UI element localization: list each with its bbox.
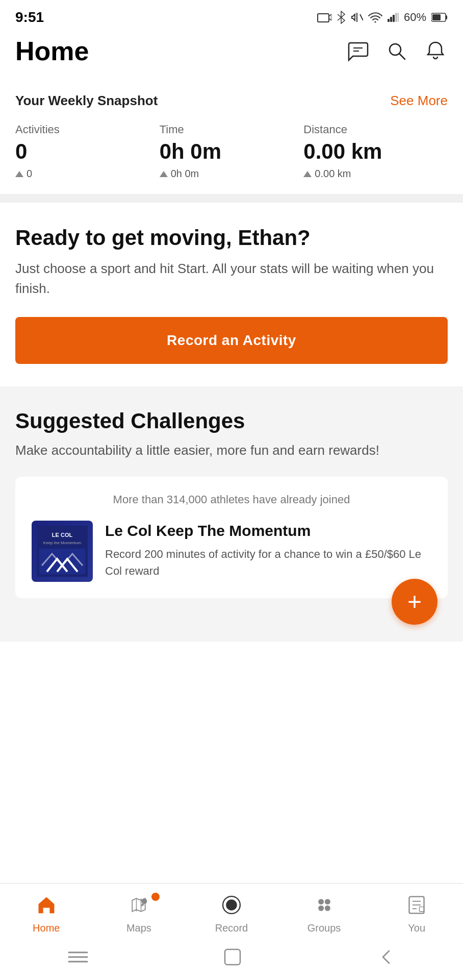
record-nav-icon	[218, 892, 245, 918]
challenges-title: Suggested Challenges	[15, 409, 448, 433]
groups-nav-icon	[311, 892, 338, 918]
bell-icon[interactable]	[423, 39, 448, 63]
challenge-description: Record 200 minutes of activity for a cha…	[105, 546, 431, 579]
svg-rect-9	[398, 13, 399, 22]
nav-label-record: Record	[215, 922, 248, 934]
maps-badge	[151, 893, 160, 901]
stat-distance-delta: 0.00 km	[303, 168, 448, 180]
stat-activities-value: 0	[15, 139, 160, 164]
stat-time-delta: 0h 0m	[160, 168, 304, 180]
snapshot-stats: Activities 0 0 Time 0h 0m 0h 0m Distance	[15, 123, 448, 180]
stat-activities-label: Activities	[15, 123, 160, 136]
sys-nav-recent-icon[interactable]	[377, 948, 395, 966]
challenge-info: Le Col Keep The Momentum Record 200 minu…	[105, 521, 431, 579]
svg-rect-12	[432, 14, 441, 20]
stat-time-label: Time	[160, 123, 304, 136]
svg-rect-6	[390, 17, 392, 22]
svg-rect-8	[395, 13, 397, 22]
stat-activities: Activities 0 0	[15, 123, 160, 180]
challenge-content: LE COL Keep the Momentum	[32, 521, 431, 582]
section-divider-1	[0, 194, 463, 203]
svg-point-27	[318, 899, 324, 904]
challenge-joined-count: More than 314,000 athletes have already …	[32, 493, 431, 506]
nav-label-groups: Groups	[307, 922, 341, 934]
you-nav-icon	[403, 892, 430, 918]
fab-add-button[interactable]: +	[392, 579, 438, 625]
le-col-logo: LE COL Keep the Momentum	[37, 526, 88, 577]
camera-icon	[317, 12, 331, 23]
svg-line-16	[400, 54, 405, 60]
svg-point-4	[374, 21, 376, 23]
svg-point-30	[324, 905, 330, 911]
sys-nav-back-icon[interactable]	[68, 949, 88, 965]
nav-label-home: Home	[33, 922, 60, 934]
stat-activities-delta: 0	[15, 168, 160, 180]
chat-icon[interactable]	[346, 39, 370, 63]
weekly-snapshot: Your Weekly Snapshot See More Activities…	[0, 77, 463, 194]
nav-item-record[interactable]: Record	[185, 892, 278, 934]
header: Home	[0, 31, 463, 77]
svg-rect-7	[393, 15, 395, 22]
record-activity-button[interactable]: Record an Activity	[15, 317, 448, 364]
nav-item-groups[interactable]: Groups	[278, 892, 371, 934]
signal-icon	[388, 13, 399, 22]
mute-icon	[351, 11, 363, 23]
challenge-name: Le Col Keep The Momentum	[105, 521, 431, 541]
challenge-card[interactable]: More than 314,000 athletes have already …	[15, 477, 448, 598]
battery-text: 60%	[404, 11, 426, 24]
stat-distance-delta-value: 0.00 km	[315, 168, 351, 180]
svg-rect-0	[318, 14, 329, 22]
status-bar: 9:51	[0, 0, 463, 31]
snapshot-title: Your Weekly Snapshot	[15, 93, 158, 109]
wifi-icon	[368, 12, 382, 23]
home-nav-icon	[33, 892, 60, 918]
sys-nav-home-icon[interactable]	[223, 948, 242, 966]
svg-point-26	[226, 899, 237, 911]
svg-line-2	[338, 17, 341, 20]
bottom-nav: Home Maps Record	[0, 883, 463, 939]
challenge-card-wrapper: More than 314,000 athletes have already …	[15, 477, 448, 598]
nav-label-you: You	[408, 922, 425, 934]
bluetooth-icon	[337, 11, 346, 24]
svg-rect-5	[388, 19, 390, 22]
svg-text:LE COL: LE COL	[52, 532, 73, 538]
stat-activities-delta-value: 0	[27, 168, 32, 180]
fab-plus-icon: +	[407, 590, 422, 614]
nav-item-you[interactable]: You	[370, 892, 463, 934]
svg-rect-35	[420, 907, 424, 912]
svg-point-28	[324, 899, 330, 904]
svg-point-24	[142, 898, 147, 904]
stat-distance: Distance 0.00 km 0.00 km	[303, 123, 448, 180]
arrow-up-icon-2	[160, 171, 168, 177]
challenge-image: LE COL Keep the Momentum	[32, 521, 93, 582]
stat-time-value: 0h 0m	[160, 139, 304, 164]
page-title: Home	[15, 36, 89, 66]
search-icon[interactable]	[384, 39, 409, 63]
svg-rect-11	[446, 15, 447, 19]
nav-item-maps[interactable]: Maps	[93, 892, 186, 934]
svg-point-29	[318, 905, 324, 911]
see-more-link[interactable]: See More	[390, 93, 448, 109]
nav-label-maps: Maps	[126, 922, 151, 934]
system-nav	[0, 939, 463, 980]
ready-subtitle: Just choose a sport and hit Start. All y…	[15, 259, 448, 299]
challenges-section: Suggested Challenges Make accountability…	[0, 386, 463, 642]
arrow-up-icon	[15, 171, 23, 177]
maps-nav-icon	[125, 892, 152, 918]
stat-distance-label: Distance	[303, 123, 448, 136]
snapshot-header: Your Weekly Snapshot See More	[15, 93, 448, 109]
stat-time: Time 0h 0m 0h 0m	[160, 123, 304, 180]
challenge-image-inner: LE COL Keep the Momentum	[32, 521, 93, 582]
nav-item-home[interactable]: Home	[0, 892, 93, 934]
status-time: 9:51	[15, 9, 44, 26]
status-icons: 60%	[317, 11, 448, 24]
stat-distance-value: 0.00 km	[303, 139, 448, 164]
ready-section: Ready to get moving, Ethan? Just choose …	[0, 203, 463, 386]
svg-line-3	[360, 14, 363, 20]
svg-line-1	[338, 14, 341, 17]
arrow-up-icon-3	[303, 171, 312, 177]
header-icons	[346, 39, 448, 63]
challenges-subtitle: Make accountability a little easier, mor…	[15, 440, 448, 460]
battery-icon	[431, 13, 448, 22]
ready-title: Ready to get moving, Ethan?	[15, 225, 448, 251]
